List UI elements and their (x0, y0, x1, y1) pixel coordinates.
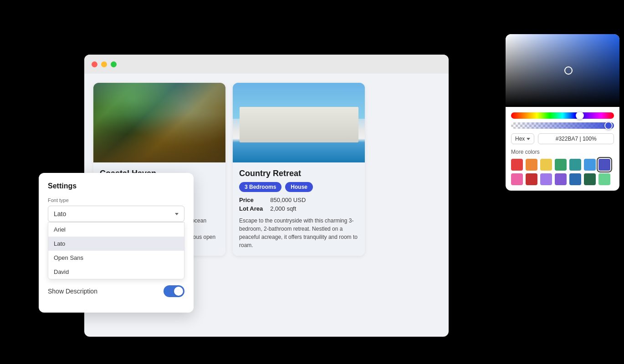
show-description-label: Show Description (48, 288, 97, 295)
color-swatch-r2-4[interactable] (569, 173, 581, 185)
color-format-select[interactable]: Hex (511, 133, 534, 144)
maximize-dot[interactable] (111, 61, 117, 67)
color-swatch-r1-1[interactable] (526, 159, 537, 171)
tag-row-country: 3 Bedrooms House (239, 182, 358, 192)
show-description-row: Show Description (48, 285, 184, 297)
minimize-dot[interactable] (101, 61, 107, 67)
font-option-david[interactable]: David (48, 265, 184, 279)
color-swatch-r1-3[interactable] (555, 159, 567, 171)
settings-panel: Settings Font type Lato Ariel Lato Open … (39, 173, 194, 313)
format-chevron-icon (527, 138, 530, 140)
card-body-country: Country Retreat 3 Bedrooms House Price 8… (233, 162, 365, 256)
browser-titlebar (84, 55, 449, 74)
tag-bedrooms-country: 3 Bedrooms (239, 182, 281, 192)
alpha-thumb[interactable] (604, 121, 613, 130)
color-swatch-r2-5[interactable] (584, 173, 596, 185)
hue-thumb[interactable] (576, 111, 584, 120)
color-swatch-r1-6[interactable] (598, 159, 610, 171)
color-cursor[interactable] (564, 66, 573, 75)
settings-title: Settings (48, 182, 184, 190)
price-value-country: 850,000 USD (270, 197, 358, 203)
color-swatches-row1 (511, 159, 614, 171)
color-gradient-canvas[interactable] (506, 34, 619, 107)
alpha-slider[interactable] (511, 122, 614, 129)
font-select-wrapper: Lato Ariel Lato Open Sans David (48, 206, 184, 222)
color-swatch-r2-6[interactable] (598, 173, 610, 185)
color-swatches-row2 (511, 173, 614, 185)
color-swatch-r1-2[interactable] (540, 159, 552, 171)
color-swatch-r1-4[interactable] (569, 159, 581, 171)
card-title-country: Country Retreat (239, 169, 358, 178)
property-card-2: Country Retreat 3 Bedrooms House Price 8… (233, 83, 365, 256)
card-description-country: Escape to the countryside with this char… (239, 217, 358, 249)
font-option-ariel[interactable]: Ariel (48, 222, 184, 237)
card-details-country: Price 850,000 USD Lot Area 2,000 sqft (239, 197, 358, 212)
font-option-lato[interactable]: Lato (48, 237, 184, 251)
font-select[interactable]: Lato (48, 206, 184, 222)
font-type-label: Font type (48, 197, 184, 203)
font-option-opensans[interactable]: Open Sans (48, 251, 184, 265)
lot-value-country: 2,000 sqft (270, 205, 358, 212)
card-image-country (233, 83, 365, 162)
font-selected-value: Lato (54, 210, 66, 217)
color-swatch-r1-0[interactable] (511, 159, 523, 171)
tag-type-country: House (285, 182, 313, 192)
chevron-down-icon (175, 213, 179, 215)
close-dot[interactable] (92, 61, 97, 67)
card-image-coastal (93, 83, 225, 162)
color-controls: Hex #322BA7 | 100% More colors (506, 107, 619, 191)
more-colors-label: More colors (511, 149, 614, 155)
format-label: Hex (515, 136, 525, 142)
color-swatch-r2-0[interactable] (511, 173, 523, 185)
color-swatch-r2-2[interactable] (540, 173, 552, 185)
font-dropdown-list: Ariel Lato Open Sans David (48, 222, 184, 279)
price-label-country: Price (239, 197, 263, 203)
color-picker: Hex #322BA7 | 100% More colors (506, 34, 619, 191)
color-swatch-r2-3[interactable] (555, 173, 567, 185)
color-swatch-r1-5[interactable] (584, 159, 596, 171)
color-value-row: Hex #322BA7 | 100% (511, 133, 614, 144)
lot-label-country: Lot Area (239, 205, 263, 212)
color-hex-input[interactable]: #322BA7 | 100% (538, 133, 614, 144)
color-swatch-r2-1[interactable] (526, 173, 537, 185)
show-description-toggle[interactable] (164, 285, 184, 297)
hue-slider[interactable] (511, 112, 614, 119)
